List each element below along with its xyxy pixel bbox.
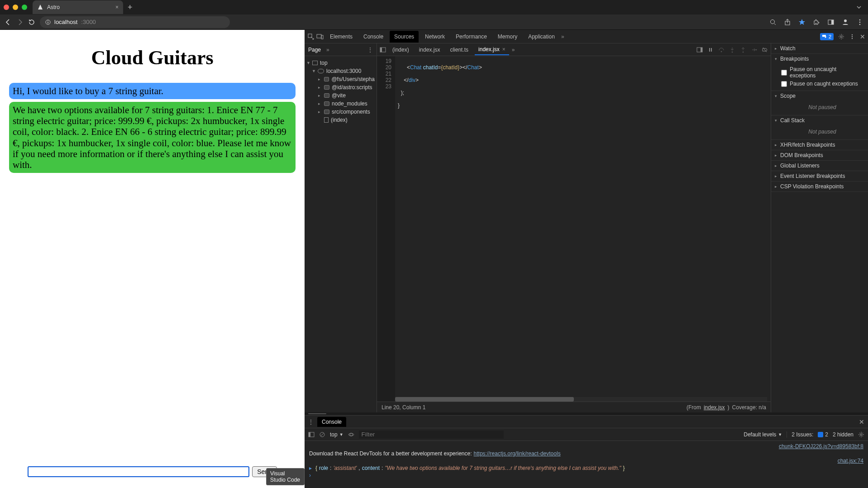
tree-file-index[interactable]: (index) xyxy=(306,116,375,124)
message-input[interactable] xyxy=(28,466,249,477)
console-message: Download the React DevTools for a better… xyxy=(309,450,863,457)
file-tab[interactable]: index.jsx xyxy=(415,45,444,55)
deactivate-breakpoints-icon[interactable] xyxy=(762,47,768,53)
drawer-kebab-icon[interactable]: ⋮ xyxy=(308,419,314,425)
more-tabs-icon[interactable]: » xyxy=(561,33,564,40)
issues-badge[interactable]: 2 xyxy=(820,33,834,40)
toggle-debugger-icon[interactable] xyxy=(696,47,703,53)
tree-folder[interactable]: ▸@fs/Users/stepha xyxy=(306,75,375,83)
close-file-icon[interactable]: × xyxy=(502,46,506,53)
step-icon[interactable] xyxy=(751,47,757,53)
tree-top[interactable]: ▼top xyxy=(306,59,375,67)
step-out-icon[interactable] xyxy=(740,47,746,53)
clear-console-icon[interactable] xyxy=(319,431,325,438)
page-title: Cloud Guitars xyxy=(9,46,296,69)
section-xhr[interactable]: ▸XHR/fetch Breakpoints xyxy=(771,140,868,150)
tree-folder[interactable]: ▸@id/astro:scripts xyxy=(306,83,375,91)
context-selector[interactable]: top▼ xyxy=(330,431,343,438)
new-tab-button[interactable]: + xyxy=(128,3,133,12)
log-levels-selector[interactable]: Default levels▼ xyxy=(744,431,787,438)
sidepanel-icon[interactable] xyxy=(827,19,835,26)
close-drawer-button[interactable]: ✕ xyxy=(859,418,864,426)
tab-memory[interactable]: Memory xyxy=(493,31,522,43)
reload-button[interactable] xyxy=(28,19,35,26)
console-object[interactable]: ▸ {role: 'assistant', content: "We have … xyxy=(309,464,863,472)
bookmark-icon[interactable] xyxy=(798,19,806,26)
section-csp[interactable]: ▸CSP Violation Breakpoints xyxy=(771,182,868,191)
devtools-link[interactable]: https://reactjs.org/link/react-devtools xyxy=(474,450,561,457)
code-editor[interactable]: 19 20 21 22 23 <Chat chatId={chatId}></C… xyxy=(377,56,771,402)
hidden-count[interactable]: 2 hidden xyxy=(833,431,854,438)
back-button[interactable] xyxy=(5,19,12,26)
svg-point-31 xyxy=(350,433,353,436)
file-tree: ▼top ▼localhost:3000 ▸@fs/Users/stepha ▸… xyxy=(305,56,377,127)
section-breakpoints[interactable]: ▾Breakpoints xyxy=(771,54,868,64)
site-info-icon[interactable] xyxy=(45,19,51,25)
tree-folder[interactable]: ▸src/components xyxy=(306,108,375,116)
close-tab-button[interactable]: × xyxy=(115,4,119,10)
file-tab-active[interactable]: index.jsx× xyxy=(475,44,509,55)
navigator-page-tab[interactable]: Page xyxy=(308,47,321,53)
menu-icon[interactable] xyxy=(856,19,863,26)
navigator-more-icon[interactable]: » xyxy=(326,47,329,53)
section-scope[interactable]: ▾Scope xyxy=(771,91,868,101)
search-icon[interactable] xyxy=(769,19,777,26)
live-expression-icon[interactable] xyxy=(348,431,354,438)
tabs-overflow-button[interactable] xyxy=(856,5,864,10)
section-watch[interactable]: ▸Watch xyxy=(771,43,868,53)
drawer-tab-console[interactable]: Console xyxy=(317,417,346,427)
drawer-resizer[interactable] xyxy=(305,412,868,415)
tab-console[interactable]: Console xyxy=(359,31,388,43)
address-bar[interactable]: localhost:3000 xyxy=(40,16,230,28)
tree-folder[interactable]: ▸@vite xyxy=(306,91,375,100)
horizontal-scrollbar[interactable] xyxy=(395,397,767,402)
pause-uncaught-checkbox[interactable]: Pause on uncaught exceptions xyxy=(781,65,863,80)
share-icon[interactable] xyxy=(784,19,791,26)
step-into-icon[interactable] xyxy=(729,47,735,53)
tab-elements[interactable]: Elements xyxy=(325,31,357,43)
device-toolbar-icon[interactable] xyxy=(316,33,324,40)
profile-icon[interactable] xyxy=(842,19,849,26)
console-filter-input[interactable] xyxy=(359,431,504,439)
issues-count[interactable]: 2 xyxy=(818,431,828,438)
tab-sources[interactable]: Sources xyxy=(390,31,419,43)
close-devtools-button[interactable]: ✕ xyxy=(860,33,865,40)
section-event[interactable]: ▸Event Listener Breakpoints xyxy=(771,171,868,181)
inspect-element-icon[interactable] xyxy=(307,33,315,40)
file-tab[interactable]: (index) xyxy=(389,45,413,55)
file-tab[interactable]: client.ts xyxy=(446,45,472,55)
window-close-button[interactable] xyxy=(4,5,9,10)
step-over-icon[interactable] xyxy=(718,47,725,53)
navigator-kebab-icon[interactable]: ⋮ xyxy=(367,47,373,53)
tree-folder[interactable]: ▸node_modules xyxy=(306,100,375,108)
log-source-link[interactable]: chat.jsx:74 xyxy=(838,458,863,464)
log-source-link[interactable]: chunk-DFKOJ226.js?v=d89583bf:8 xyxy=(779,443,863,450)
browser-tab[interactable]: Astro × xyxy=(33,0,123,14)
window-minimize-button[interactable] xyxy=(13,5,18,10)
svg-rect-21 xyxy=(701,48,702,52)
more-files-icon[interactable]: » xyxy=(512,47,515,53)
console-output: chunk-DFKOJ226.js?v=d89583bf:8 Download … xyxy=(305,441,868,488)
tab-application[interactable]: Application xyxy=(524,31,559,43)
section-callstack[interactable]: ▾Call Stack xyxy=(771,115,868,125)
extensions-icon[interactable] xyxy=(813,19,820,26)
section-global[interactable]: ▸Global Listeners xyxy=(771,161,868,171)
pause-caught-checkbox[interactable]: Pause on caught exceptions xyxy=(781,80,863,88)
pause-icon[interactable] xyxy=(707,47,714,53)
content-split: Cloud Guitars Hi, I would like to buy a … xyxy=(0,30,868,488)
section-dom[interactable]: ▸DOM Breakpoints xyxy=(771,150,868,160)
console-settings-icon[interactable] xyxy=(858,431,864,438)
svg-rect-29 xyxy=(309,432,310,437)
forward-button[interactable] xyxy=(16,19,24,26)
kebab-icon[interactable] xyxy=(849,33,855,40)
toggle-sidebar-icon[interactable] xyxy=(308,431,315,438)
tree-host[interactable]: ▼localhost:3000 xyxy=(306,67,375,75)
from-file-link[interactable]: index.jsx xyxy=(704,404,725,411)
gutter: 19 20 21 22 23 xyxy=(377,56,395,402)
toggle-navigator-icon[interactable] xyxy=(380,47,386,53)
tab-network[interactable]: Network xyxy=(420,31,449,43)
tab-performance[interactable]: Performance xyxy=(451,31,491,43)
console-prompt[interactable]: › xyxy=(309,472,863,479)
window-maximize-button[interactable] xyxy=(22,5,27,10)
settings-icon[interactable] xyxy=(838,33,844,40)
